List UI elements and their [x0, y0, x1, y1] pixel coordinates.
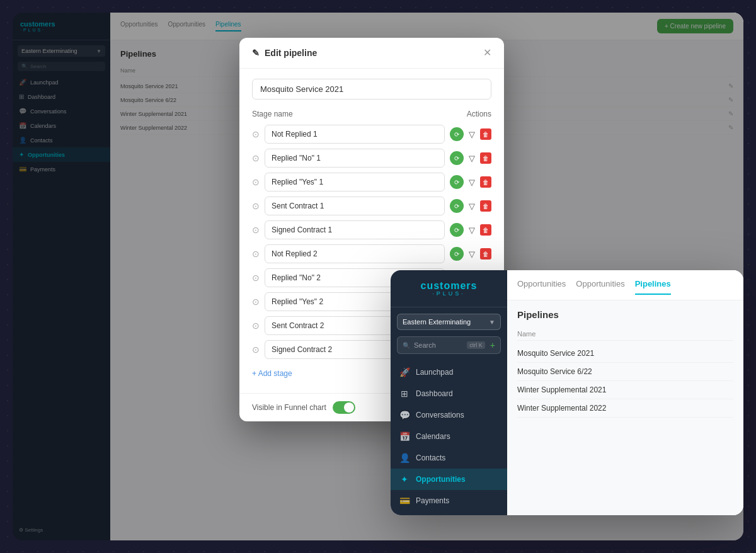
stage-table-header: Stage name Actions [252, 110, 491, 118]
stage-copy-btn-1[interactable]: ⟳ [450, 151, 464, 165]
stage-copy-btn-4[interactable]: ⟳ [450, 223, 464, 237]
fg-content: Pipelines Name Mosquito Service 2021 Mos… [507, 300, 743, 426]
stage-row-0: ⊙ ⟳ ▽ 🗑 [252, 125, 491, 144]
stage-filter-btn-4[interactable]: ▽ [466, 224, 478, 236]
stage-input-1[interactable] [265, 149, 445, 168]
stage-actions-4: ⟳ ▽ 🗑 [450, 223, 491, 237]
fg-nav-calendars[interactable]: 📅 Calendars [391, 426, 507, 447]
fg-conversations-label: Conversations [416, 411, 464, 419]
fg-conversations-icon: 💬 [399, 410, 410, 420]
fg-opportunities-label: Opportunities [416, 475, 466, 484]
fg-nav-contacts[interactable]: 👤 Contacts [391, 447, 507, 469]
drag-handle-7[interactable]: ⊙ [252, 297, 260, 307]
stage-delete-btn-5[interactable]: 🗑 [480, 248, 491, 259]
stage-row-1: ⊙ ⟳ ▽ 🗑 [252, 149, 491, 168]
stage-input-4[interactable] [265, 220, 445, 239]
fg-pipelines-title: Pipelines [517, 309, 733, 320]
stage-input-2[interactable] [265, 173, 445, 191]
stage-delete-btn-1[interactable]: 🗑 [480, 152, 491, 164]
stage-actions-1: ⟳ ▽ 🗑 [450, 151, 491, 165]
edit-icon: ✎ [252, 48, 260, 58]
foreground-card: customers ·PLUS· Eastern Exterminating ▼… [391, 270, 743, 515]
fg-pipeline-name-3: Winter Supplemental 2021 [517, 385, 606, 394]
add-stage-label: + Add stage [252, 369, 292, 378]
stage-copy-btn-3[interactable]: ⟳ [450, 199, 464, 213]
stage-actions-2: ⟳ ▽ 🗑 [450, 175, 491, 189]
fg-tabs: Opportunities Opportunities Pipelines [517, 279, 733, 295]
fg-search-plus[interactable]: + [490, 340, 495, 350]
stage-name-label: Stage name [252, 110, 293, 118]
fg-nav-launchpad[interactable]: 🚀 Launchpad [391, 362, 507, 383]
stage-delete-btn-2[interactable]: 🗑 [480, 176, 491, 188]
stage-row-2: ⊙ ⟳ ▽ 🗑 [252, 173, 491, 191]
fg-contacts-label: Contacts [416, 453, 445, 462]
pipeline-name-input[interactable] [252, 79, 491, 100]
fg-search-placeholder: Search [414, 341, 463, 349]
fg-opportunities-icon: ✦ [399, 474, 410, 484]
stage-actions-0: ⟳ ▽ 🗑 [450, 127, 491, 141]
stage-filter-btn-1[interactable]: ▽ [466, 152, 478, 164]
stage-input-5[interactable] [265, 244, 445, 263]
fg-calendars-label: Calendars [416, 432, 450, 441]
drag-handle-2[interactable]: ⊙ [252, 177, 260, 187]
stage-delete-btn-0[interactable]: 🗑 [480, 128, 491, 140]
fg-calendars-icon: 📅 [399, 431, 410, 442]
add-stage-button[interactable]: + Add stage [252, 364, 292, 383]
stage-filter-btn-3[interactable]: ▽ [466, 200, 478, 212]
fg-tab-opportunities[interactable]: Opportunities [517, 279, 566, 295]
stage-input-0[interactable] [265, 125, 445, 144]
stage-filter-btn-0[interactable]: ▽ [466, 128, 478, 140]
stage-copy-btn-0[interactable]: ⟳ [450, 127, 464, 141]
drag-handle-0[interactable]: ⊙ [252, 129, 260, 139]
drag-handle-3[interactable]: ⊙ [252, 201, 260, 211]
stage-copy-btn-2[interactable]: ⟳ [450, 175, 464, 189]
fg-search-shortcut: ctrl K [467, 341, 485, 349]
fg-logo-plus: ·PLUS· [401, 290, 497, 297]
fg-nav: 🚀 Launchpad ⊞ Dashboard 💬 Conversations … [391, 358, 507, 515]
funnel-toggle[interactable] [333, 401, 355, 414]
fg-contacts-icon: 👤 [399, 453, 410, 463]
drag-handle-6[interactable]: ⊙ [252, 273, 260, 283]
stage-actions-3: ⟳ ▽ 🗑 [450, 199, 491, 213]
fg-dashboard-label: Dashboard [416, 389, 453, 398]
fg-pipeline-row-3[interactable]: Winter Supplemental 2021 [517, 381, 733, 399]
fg-sidebar: customers ·PLUS· Eastern Exterminating ▼… [391, 270, 507, 515]
drag-handle-1[interactable]: ⊙ [252, 153, 260, 163]
fg-main-header: Opportunities Opportunities Pipelines [507, 270, 743, 300]
stage-delete-btn-4[interactable]: 🗑 [480, 224, 491, 236]
fg-pipeline-name-4: Winter Supplemental 2022 [517, 404, 606, 413]
fg-company-chevron: ▼ [489, 319, 495, 326]
fg-pipeline-name-2: Mosquito Service 6/22 [517, 367, 592, 376]
fg-tab-opportunities2[interactable]: Opportunities [576, 279, 624, 295]
fg-company-select[interactable]: Eastern Exterminating ▼ [397, 314, 501, 330]
drag-handle-4[interactable]: ⊙ [252, 225, 260, 235]
fg-launchpad-icon: 🚀 [399, 367, 410, 377]
drag-handle-5[interactable]: ⊙ [252, 249, 260, 259]
stage-filter-btn-5[interactable]: ▽ [466, 248, 478, 260]
stage-input-3[interactable] [265, 197, 445, 215]
fg-nav-opportunities[interactable]: ✦ Opportunities [391, 469, 507, 490]
footer-funnel: Visible in Funnel chart [252, 401, 355, 414]
fg-tab-pipelines[interactable]: Pipelines [635, 279, 671, 295]
fg-launchpad-label: Launchpad [416, 368, 453, 377]
stage-row-4: ⊙ ⟳ ▽ 🗑 [252, 220, 491, 239]
modal-title: ✎ Edit pipeline [252, 48, 317, 58]
fg-company-name: Eastern Exterminating [403, 318, 471, 326]
drag-handle-8[interactable]: ⊙ [252, 321, 260, 331]
drag-handle-9[interactable]: ⊙ [252, 345, 260, 355]
fg-nav-payments[interactable]: 💳 Payments [391, 490, 507, 511]
modal-header: ✎ Edit pipeline ✕ [239, 38, 504, 69]
fg-search-bar[interactable]: 🔍 Search ctrl K + [397, 336, 501, 354]
stage-row-3: ⊙ ⟳ ▽ 🗑 [252, 197, 491, 215]
fg-pipeline-row-1[interactable]: Mosquito Service 2021 [517, 345, 733, 363]
fg-pipeline-row-2[interactable]: Mosquito Service 6/22 [517, 363, 733, 381]
fg-pipeline-name-1: Mosquito Service 2021 [517, 349, 594, 358]
fg-nav-conversations[interactable]: 💬 Conversations [391, 404, 507, 426]
modal-close-button[interactable]: ✕ [483, 48, 491, 58]
fg-pipeline-row-4[interactable]: Winter Supplemental 2022 [517, 399, 733, 418]
fg-nav-dashboard[interactable]: ⊞ Dashboard [391, 383, 507, 404]
stage-delete-btn-3[interactable]: 🗑 [480, 200, 491, 212]
stage-copy-btn-5[interactable]: ⟳ [450, 247, 464, 261]
fg-table-header: Name [517, 328, 733, 341]
stage-filter-btn-2[interactable]: ▽ [466, 176, 478, 188]
